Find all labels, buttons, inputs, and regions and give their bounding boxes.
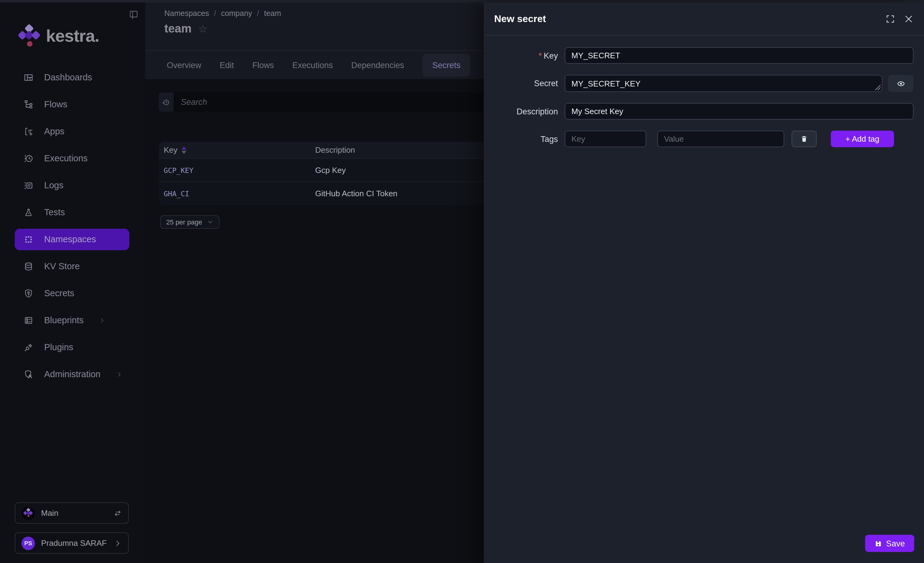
sidebar-item-label: Flows — [44, 99, 68, 109]
sidebar-item-namespaces[interactable]: Namespaces — [15, 228, 129, 250]
tab-edit[interactable]: Edit — [220, 60, 234, 70]
table-row[interactable]: GCP_KEY Gcp Key — [159, 158, 484, 182]
executions-icon — [23, 153, 34, 164]
sidebar-item-label: Executions — [44, 153, 88, 163]
chevron-right-icon — [99, 317, 106, 324]
secrets-table: Key Description GCP_KEY Gcp Key GHA_CI G… — [159, 142, 484, 205]
title-row: team ☆ — [164, 22, 207, 36]
kestra-logo: kestra. — [18, 24, 99, 48]
history-icon — [162, 98, 171, 107]
add-tag-button[interactable]: + Add tag — [831, 131, 894, 147]
tenant-selector[interactable]: Main — [15, 502, 129, 524]
form-row-tags: Tags + Add tag — [484, 131, 924, 147]
namespace-tabbar: Overview Edit Flows Executions Dependenc… — [146, 51, 484, 79]
plugins-icon — [23, 342, 34, 352]
breadcrumb-team[interactable]: team — [264, 9, 281, 18]
form-row-key: *Key — [484, 47, 924, 64]
new-secret-drawer: New secret *Key Secret — [484, 3, 924, 563]
toggle-secret-visibility-button[interactable] — [888, 75, 914, 92]
sidebar: kestra. Dashboards Flows Apps Executions — [0, 3, 146, 563]
table-row[interactable]: GHA_CI GitHub Action CI Token — [159, 182, 484, 205]
drawer-header-actions — [885, 14, 914, 24]
sidebar-item-label: Plugins — [44, 342, 73, 352]
favorite-star-icon[interactable]: ☆ — [198, 24, 208, 34]
breadcrumb-separator: / — [214, 9, 216, 18]
expand-icon[interactable] — [885, 14, 895, 24]
search-bar — [159, 93, 484, 112]
tests-icon — [23, 207, 34, 218]
secret-key-cell[interactable]: GCP_KEY — [159, 166, 315, 174]
page-title: team — [164, 22, 192, 36]
drawer-title: New secret — [494, 13, 546, 24]
close-icon[interactable] — [904, 14, 914, 24]
page-header: Namespaces / company / team team ☆ — [146, 3, 484, 51]
sidebar-item-label: Tests — [44, 207, 65, 217]
tenant-name: Main — [41, 508, 58, 518]
secret-key-cell[interactable]: GHA_CI — [159, 189, 315, 198]
trash-icon — [800, 135, 808, 143]
sidebar-item-tests[interactable]: Tests — [15, 199, 129, 226]
sidebar-item-label: Apps — [44, 126, 64, 136]
sidebar-collapse-icon[interactable] — [129, 9, 139, 19]
user-name: Pradumna SARAF — [41, 539, 106, 548]
user-menu[interactable]: PS Pradumna SARAF — [15, 532, 129, 554]
sidebar-item-label: Namespaces — [44, 234, 96, 244]
search-input[interactable] — [174, 93, 484, 112]
search-history-button[interactable] — [159, 93, 174, 112]
tab-executions[interactable]: Executions — [292, 60, 333, 70]
tab-overview[interactable]: Overview — [167, 60, 201, 70]
label-text: Tags — [540, 134, 558, 144]
sidebar-item-flows[interactable]: Flows — [15, 91, 129, 118]
sidebar-item-administration[interactable]: Administration — [15, 360, 129, 387]
sidebar-item-label: Blueprints — [44, 315, 84, 325]
breadcrumb: Namespaces / company / team — [164, 9, 281, 18]
breadcrumb-separator: / — [257, 9, 259, 18]
tag-value-input[interactable] — [657, 131, 784, 147]
sidebar-item-logs[interactable]: Logs — [15, 172, 129, 199]
window-top-border — [0, 0, 924, 3]
description-input[interactable] — [565, 103, 914, 120]
flows-icon — [23, 99, 34, 110]
tab-dependencies[interactable]: Dependencies — [351, 60, 404, 70]
secret-label: Secret — [534, 79, 558, 88]
breadcrumb-namespaces[interactable]: Namespaces — [164, 9, 209, 18]
apps-icon — [23, 126, 34, 137]
column-label: Description — [315, 146, 355, 155]
switch-tenant-icon[interactable] — [113, 509, 122, 517]
chevron-right-icon — [113, 539, 122, 547]
secret-input[interactable] — [565, 75, 882, 92]
tag-key-input[interactable] — [565, 131, 646, 147]
sidebar-item-dashboards[interactable]: Dashboards — [15, 64, 129, 91]
sort-icon — [182, 146, 187, 154]
save-button[interactable]: Save — [865, 535, 914, 552]
sidebar-item-executions[interactable]: Executions — [15, 145, 129, 172]
tab-secrets[interactable]: Secrets — [423, 54, 470, 77]
main-content: Namespaces / company / team team ☆ Overv… — [146, 3, 484, 563]
per-page-select[interactable]: 25 per page — [160, 215, 219, 229]
save-label: Save — [886, 539, 905, 548]
logo-text: kestra. — [46, 26, 99, 46]
sidebar-item-kv-store[interactable]: KV Store — [15, 253, 129, 280]
sidebar-item-label: Logs — [44, 180, 63, 190]
per-page-label: 25 per page — [166, 218, 202, 226]
drawer-header: New secret — [484, 3, 924, 36]
sidebar-item-label: Administration — [44, 369, 100, 379]
form-row-secret: Secret — [484, 75, 924, 92]
secret-description-cell: Gcp Key — [315, 165, 484, 175]
required-mark: * — [538, 51, 542, 60]
administration-icon — [23, 369, 34, 379]
sidebar-item-blueprints[interactable]: Blueprints — [15, 307, 129, 333]
column-header-key[interactable]: Key — [159, 146, 315, 155]
form-row-description: Description — [484, 103, 924, 120]
column-header-description: Description — [315, 146, 484, 155]
key-input[interactable] — [565, 47, 914, 64]
column-label: Key — [164, 146, 177, 155]
delete-tag-button[interactable] — [792, 131, 817, 147]
sidebar-item-secrets[interactable]: Secrets — [15, 280, 129, 307]
resize-handle[interactable] — [875, 85, 880, 90]
sidebar-item-plugins[interactable]: Plugins — [15, 333, 129, 360]
breadcrumb-company[interactable]: company — [221, 9, 252, 18]
chevron-down-icon — [207, 219, 213, 225]
sidebar-item-apps[interactable]: Apps — [15, 118, 129, 145]
tab-flows[interactable]: Flows — [252, 60, 274, 70]
